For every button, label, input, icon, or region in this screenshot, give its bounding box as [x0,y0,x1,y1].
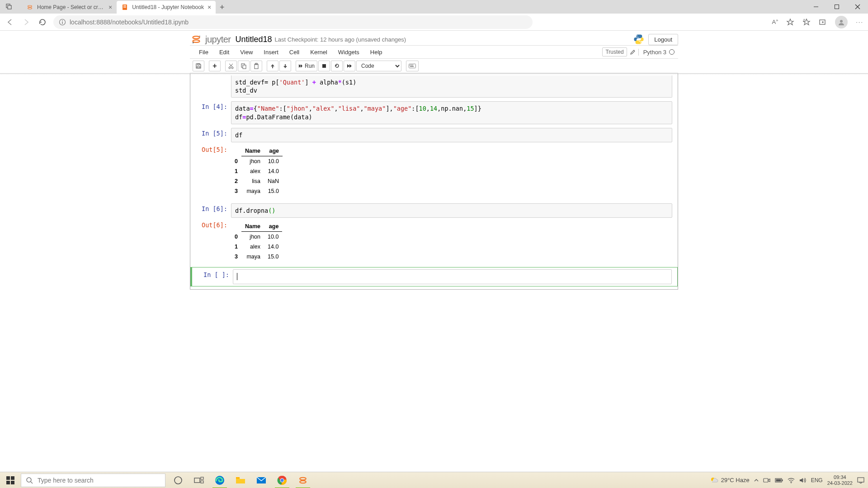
svg-point-21 [193,40,199,42]
read-aloud-icon[interactable]: A» [772,18,778,25]
tab-title: Untitled18 - Jupyter Notebook [132,4,204,10]
browser-toolbar: localhost:8888/notebooks/Untitled18.ipyn… [0,14,868,31]
code-input[interactable]: std_devf= p['Quant'] + alpha*(s1) std_dv [231,75,672,98]
collections-icon[interactable] [819,18,827,26]
svg-point-22 [199,36,200,37]
menu-file[interactable]: File [193,49,214,56]
svg-point-3 [28,7,32,9]
close-icon[interactable]: × [208,4,211,11]
code-input[interactable]: data={"Name":["jhon","alex","lisa","maya… [231,101,672,124]
jupyter-logo-icon [190,34,203,44]
menu-help[interactable]: Help [365,49,388,56]
refresh-button[interactable] [37,17,48,28]
svg-rect-5 [123,5,126,6]
code-input[interactable]: df [231,128,672,142]
menubar: File Edit View Insert Cell Kernel Widget… [190,45,678,59]
browser-tab-0[interactable]: Home Page - Select or create a n × [22,1,117,14]
save-button[interactable] [193,61,204,71]
close-icon[interactable]: × [108,4,112,11]
favorite-icon[interactable] [786,18,794,26]
menu-insert[interactable]: Insert [258,49,284,56]
move-up-button[interactable] [267,61,278,71]
jupyter-header: jupyter Untitled18 Last Checkpoint: 12 h… [190,31,678,45]
minimize-button[interactable] [806,0,826,14]
svg-rect-8 [835,5,839,9]
code-cell[interactable]: In [4]: data={"Name":["jhon","alex","lis… [190,99,678,126]
code-cell[interactable]: In [5]: df [190,126,678,144]
address-bar[interactable]: localhost:8888/notebooks/Untitled18.ipyn… [53,15,533,29]
close-window-button[interactable] [847,0,868,14]
svg-point-20 [193,36,199,39]
restart-button[interactable] [331,61,343,71]
svg-point-28 [229,67,231,69]
table-row: 3maya15.0 [231,186,283,196]
browser-tabs: Home Page - Select or create a n × Untit… [22,0,228,14]
svg-rect-39 [411,65,412,66]
menu-cell[interactable]: Cell [284,49,305,56]
jupyter-logo[interactable]: jupyter [190,34,231,45]
menu-view[interactable]: View [235,49,258,56]
svg-line-30 [230,64,233,67]
edit-icon[interactable] [630,49,636,55]
menu-edit[interactable]: Edit [214,49,235,56]
profile-icon[interactable] [835,16,848,28]
trusted-indicator[interactable]: Trusted [602,47,627,56]
svg-rect-13 [62,22,62,24]
logout-button[interactable]: Logout [648,34,678,45]
output-area: Out[5]: Name age 0jhon10.0 1alex14.0 2li… [190,144,678,202]
output-area: Out[6]: Name age 0jhon10.0 1alex14.0 3ma… [190,220,678,267]
forward-button[interactable] [21,17,32,28]
site-info-icon[interactable] [59,19,66,26]
paste-button[interactable] [250,61,262,71]
table-row: 2lisaNaN [231,176,283,186]
code-cell-active[interactable]: In [ ]: ​ [190,267,678,286]
code-cell[interactable]: std_devf= p['Quant'] + alpha*(s1) std_dv [190,74,678,99]
browser-tab-1[interactable]: Untitled18 - Jupyter Notebook × [117,1,216,14]
more-icon[interactable]: ··· [856,19,863,25]
favorites-bar-icon[interactable] [802,18,811,26]
copy-button[interactable] [238,61,250,71]
in-prompt [190,75,231,98]
interrupt-button[interactable] [318,61,330,71]
back-button[interactable] [5,17,15,28]
url-text: localhost:8888/notebooks/Untitled18.ipyn… [70,19,189,26]
move-down-button[interactable] [279,61,291,71]
kernel-indicator[interactable]: Python 3 [638,49,675,56]
svg-rect-26 [197,66,200,68]
svg-point-2 [28,5,32,7]
menu-kernel[interactable]: Kernel [305,49,333,56]
table-row: 3maya15.0 [231,252,282,262]
dataframe-table: Name age 0jhon10.0 1alex14.0 3maya15.0 [231,221,282,262]
table-row: 0jhon10.0 [231,156,283,167]
maximize-button[interactable] [826,0,847,14]
svg-rect-1 [8,5,11,9]
command-palette-button[interactable] [406,61,419,71]
restart-run-all-button[interactable] [344,61,355,71]
toolbar: + Run Code [190,59,678,73]
svg-line-31 [229,64,232,67]
svg-point-24 [637,35,637,36]
celltype-select[interactable]: Code [356,61,401,71]
out-prompt: Out[6]: [190,220,231,265]
insert-cell-button[interactable]: + [209,61,221,71]
notebook-favicon-icon [121,4,128,11]
table-row: 1alex14.0 [231,242,282,252]
code-input[interactable]: ​ [233,269,672,284]
run-button[interactable]: Run [296,61,317,71]
cut-button[interactable] [225,61,237,71]
menu-widgets[interactable]: Widgets [333,49,365,56]
notebook-title[interactable]: Untitled18 [236,35,272,44]
code-cell[interactable]: In [6]: df.dropna() [190,202,678,220]
code-input[interactable]: df.dropna() [231,203,672,218]
jupyter-favicon-icon [26,4,33,11]
browser-titlebar: Home Page - Select or create a n × Untit… [0,0,868,14]
svg-rect-6 [123,7,126,8]
svg-rect-41 [410,66,414,67]
in-prompt: In [4]: [190,101,231,124]
new-tab-button[interactable]: + [216,1,228,14]
in-prompt: In [5]: [190,128,231,142]
svg-rect-33 [243,65,246,69]
svg-point-12 [62,20,63,21]
in-prompt: In [ ]: [192,269,233,284]
tab-actions-icon[interactable] [3,0,15,14]
